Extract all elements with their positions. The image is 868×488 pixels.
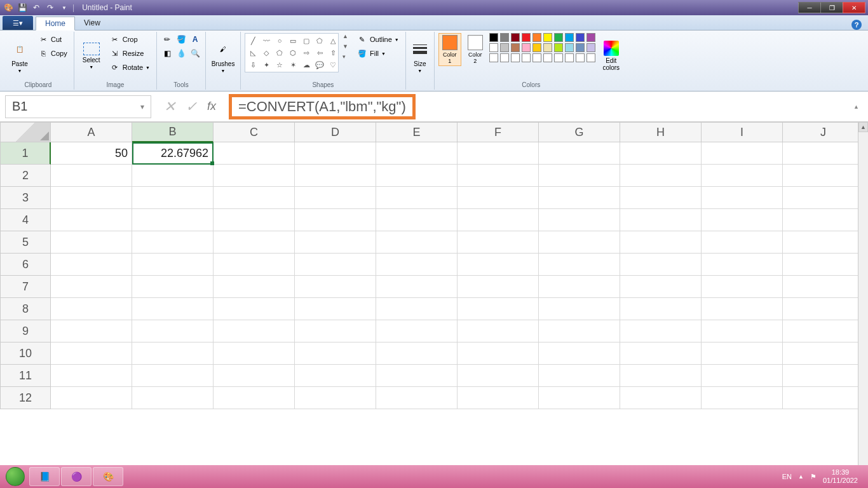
cell-F7[interactable] — [458, 276, 539, 298]
shape-curve[interactable]: 〰 — [260, 35, 273, 46]
crop-button[interactable]: ✂ Crop — [107, 33, 153, 46]
cell-H5[interactable] — [620, 231, 702, 254]
cell-G8[interactable] — [539, 298, 620, 320]
palette-color-12[interactable] — [511, 43, 520, 52]
palette-color-29[interactable] — [587, 53, 595, 62]
cell-D6[interactable] — [295, 254, 376, 276]
cell-G4[interactable] — [539, 209, 620, 231]
resize-button[interactable]: ⇲ Resize — [107, 47, 153, 60]
cell-A4[interactable] — [51, 209, 132, 231]
tray-show-hidden-icon[interactable]: ▲ — [798, 473, 804, 480]
color1-button[interactable]: Color 1 — [438, 33, 461, 66]
col-header-B[interactable]: B — [132, 122, 214, 142]
cell-J12[interactable] — [783, 387, 864, 409]
cell-B3[interactable] — [132, 187, 214, 209]
col-header-F[interactable]: F — [458, 122, 539, 142]
palette-color-8[interactable] — [576, 33, 585, 42]
cell-F2[interactable] — [458, 165, 539, 187]
cell-C8[interactable] — [214, 298, 295, 320]
row-header-10[interactable]: 10 — [0, 342, 51, 365]
cell-H11[interactable] — [620, 365, 702, 387]
cell-D10[interactable] — [295, 342, 376, 365]
cell-G7[interactable] — [539, 276, 620, 298]
palette-color-5[interactable] — [543, 33, 552, 42]
cell-B10[interactable] — [132, 342, 214, 365]
cell-J6[interactable] — [783, 254, 864, 276]
cell-A2[interactable] — [51, 165, 132, 187]
cell-I10[interactable] — [702, 342, 783, 365]
palette-color-21[interactable] — [500, 53, 509, 62]
cell-H6[interactable] — [620, 254, 702, 276]
shape-arrow-u[interactable]: ⇧ — [327, 47, 339, 58]
cell-E11[interactable] — [376, 365, 458, 387]
cell-C12[interactable] — [214, 387, 295, 409]
cell-E6[interactable] — [376, 254, 458, 276]
color2-button[interactable]: Color 2 — [464, 33, 487, 66]
cell-I2[interactable] — [702, 165, 783, 187]
edit-colors-button[interactable]: Edit colors — [599, 33, 624, 79]
cell-J8[interactable] — [783, 298, 864, 320]
taskbar-word[interactable]: 📘 — [29, 467, 60, 486]
palette-color-13[interactable] — [522, 43, 531, 52]
cell-F1[interactable] — [458, 142, 539, 165]
cell-I12[interactable] — [702, 387, 783, 409]
cell-G10[interactable] — [539, 342, 620, 365]
row-header-3[interactable]: 3 — [0, 187, 51, 209]
row-header-1[interactable]: 1 — [0, 142, 51, 165]
cell-D4[interactable] — [295, 209, 376, 231]
col-header-H[interactable]: H — [620, 122, 702, 142]
shapes-scroll-down[interactable]: ▼ — [342, 43, 348, 50]
bucket-tool[interactable]: 🪣 — [175, 33, 187, 46]
name-box[interactable]: B1 ▾ — [5, 95, 151, 118]
cell-I3[interactable] — [702, 187, 783, 209]
shape-diamond[interactable]: ◇ — [260, 47, 273, 58]
cell-F6[interactable] — [458, 254, 539, 276]
palette-color-25[interactable] — [543, 53, 552, 62]
cell-A8[interactable] — [51, 298, 132, 320]
help-icon[interactable]: ? — [851, 20, 862, 30]
formula-cancel-icon[interactable]: ✕ — [164, 98, 175, 115]
lang-indicator[interactable]: EN — [782, 473, 792, 480]
shape-roundrect[interactable]: ▢ — [300, 35, 313, 46]
cell-H8[interactable] — [620, 298, 702, 320]
cut-button[interactable]: ✂ Cut — [36, 33, 70, 46]
shape-heart[interactable]: ♡ — [327, 59, 339, 71]
fx-icon[interactable]: fx — [207, 100, 216, 113]
close-button[interactable]: ✕ — [843, 2, 865, 13]
cell-E9[interactable] — [376, 320, 458, 342]
file-menu-button[interactable]: ☰▾ — [3, 16, 33, 30]
col-header-E[interactable]: E — [376, 122, 458, 142]
palette-color-17[interactable] — [565, 43, 574, 52]
magnifier-tool[interactable]: 🔍 — [189, 47, 201, 60]
cell-C6[interactable] — [214, 254, 295, 276]
cell-B9[interactable] — [132, 320, 214, 342]
taskbar-clock[interactable]: 18:39 01/11/2022 — [823, 468, 858, 485]
cell-A5[interactable] — [51, 231, 132, 254]
cell-A6[interactable] — [51, 254, 132, 276]
row-header-6[interactable]: 6 — [0, 254, 51, 276]
cell-G11[interactable] — [539, 365, 620, 387]
brushes-button[interactable]: 🖌 Brushes ▼ — [210, 33, 236, 79]
shape-arrow-l[interactable]: ⇦ — [313, 47, 326, 58]
palette-color-1[interactable] — [500, 33, 509, 42]
cell-C4[interactable] — [214, 209, 295, 231]
palette-color-6[interactable] — [554, 33, 563, 42]
cell-G5[interactable] — [539, 231, 620, 254]
cell-I7[interactable] — [702, 276, 783, 298]
cell-B12[interactable] — [132, 387, 214, 409]
cell-F9[interactable] — [458, 320, 539, 342]
cell-J2[interactable] — [783, 165, 864, 187]
col-header-J[interactable]: J — [783, 122, 864, 142]
formula-scroll-up[interactable]: ▲ — [853, 104, 863, 110]
cell-A9[interactable] — [51, 320, 132, 342]
cell-E2[interactable] — [376, 165, 458, 187]
redo-icon[interactable]: ↷ — [44, 2, 56, 13]
cell-H3[interactable] — [620, 187, 702, 209]
cell-J5[interactable] — [783, 231, 864, 254]
cell-A1[interactable]: 50 — [51, 142, 132, 165]
shape-star4[interactable]: ✦ — [260, 59, 273, 71]
cell-C10[interactable] — [214, 342, 295, 365]
cell-E10[interactable] — [376, 342, 458, 365]
col-header-G[interactable]: G — [539, 122, 620, 142]
cell-E7[interactable] — [376, 276, 458, 298]
